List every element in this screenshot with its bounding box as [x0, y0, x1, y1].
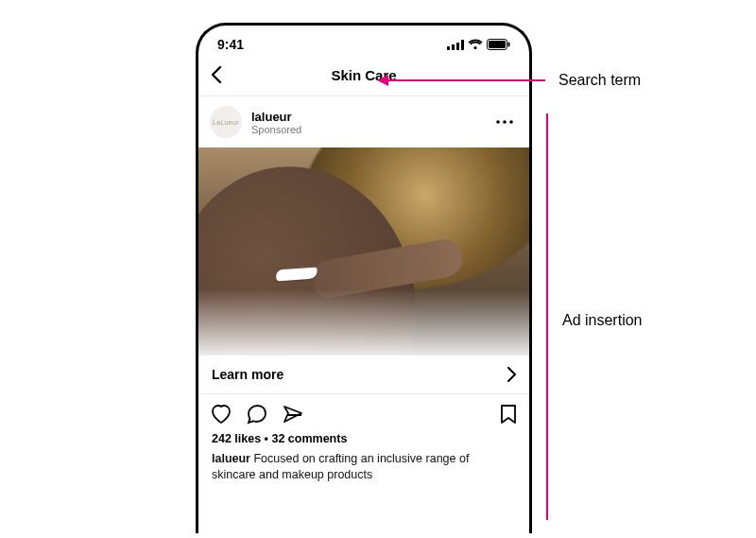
avatar[interactable]: LaLueur	[210, 106, 242, 138]
more-options-button[interactable]	[491, 119, 518, 125]
more-horizontal-icon	[495, 119, 514, 125]
bookmark-icon	[499, 404, 518, 425]
save-button[interactable]	[499, 404, 518, 425]
post-username: lalueur	[251, 110, 482, 124]
svg-point-7	[496, 120, 500, 124]
svg-rect-3	[461, 40, 464, 50]
action-row	[198, 394, 529, 430]
annotation-arrow	[379, 79, 545, 81]
annotation-vertical-line	[546, 113, 548, 520]
post-image[interactable]	[198, 148, 529, 356]
svg-point-9	[509, 120, 513, 124]
svg-point-8	[503, 120, 507, 124]
svg-rect-2	[456, 43, 459, 50]
post-caption: lalueur Focused on crafting an inclusive…	[198, 447, 529, 493]
back-button[interactable]	[210, 65, 223, 84]
share-button[interactable]	[282, 404, 304, 425]
annotation-ad-insertion: Ad insertion	[562, 312, 643, 329]
post-user-block[interactable]: lalueur Sponsored	[251, 110, 482, 135]
status-bar: 9:41	[198, 26, 529, 58]
svg-rect-0	[447, 46, 450, 50]
svg-rect-5	[489, 41, 506, 48]
chevron-right-icon	[507, 367, 516, 382]
cellular-icon	[447, 40, 464, 50]
likes-comments[interactable]: 242 likes • 32 comments	[198, 430, 529, 447]
cta-button[interactable]: Learn more	[198, 356, 529, 394]
heart-icon	[210, 404, 232, 425]
send-icon	[282, 404, 304, 425]
caption-text: Focused on crafting an inclusive range o…	[212, 452, 469, 481]
cta-label: Learn more	[212, 367, 284, 382]
annotation-search-term: Search term	[558, 72, 641, 89]
chevron-left-icon	[210, 65, 223, 84]
svg-rect-6	[508, 43, 510, 47]
wifi-icon	[468, 39, 483, 50]
comment-button[interactable]	[246, 404, 268, 425]
status-time: 9:41	[217, 37, 244, 52]
sponsored-label: Sponsored	[251, 124, 482, 135]
like-button[interactable]	[210, 404, 232, 425]
nav-bar: Skin Care	[198, 58, 529, 96]
svg-rect-1	[452, 44, 455, 50]
post-header: LaLueur lalueur Sponsored	[198, 96, 529, 148]
phone-frame: 9:41 Skin Care LaLueur lalueur Sponsored…	[196, 23, 532, 533]
comment-icon	[246, 404, 268, 425]
caption-username[interactable]: lalueur	[212, 452, 250, 465]
status-indicators	[447, 39, 510, 50]
battery-icon	[487, 39, 510, 50]
